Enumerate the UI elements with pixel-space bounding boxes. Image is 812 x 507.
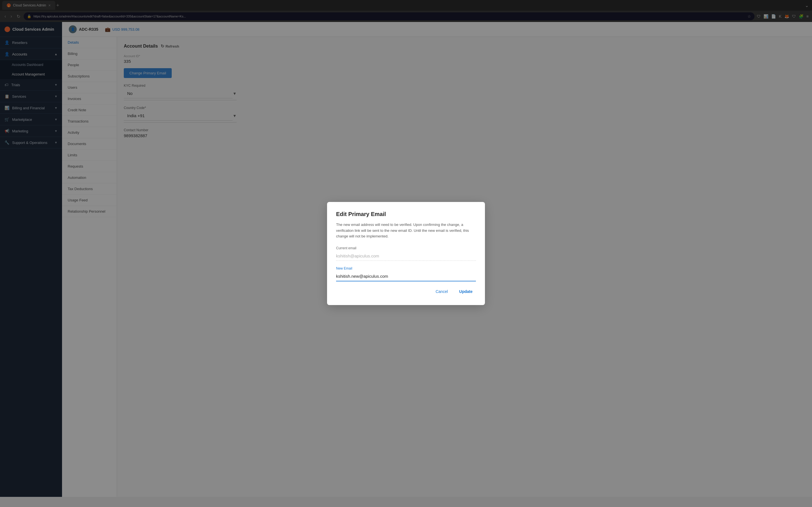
modal-overlay[interactable]: Edit Primary Email The new email address…	[0, 0, 812, 497]
modal-title: Edit Primary Email	[336, 211, 476, 217]
current-email-field: Current email	[336, 246, 476, 261]
new-email-label: New Email	[336, 267, 476, 270]
update-button[interactable]: Update	[456, 287, 476, 296]
modal-actions: Cancel Update	[336, 287, 476, 296]
current-email-input	[336, 251, 476, 261]
current-email-label: Current email	[336, 246, 476, 250]
modal-description: The new email address will need to be ve…	[336, 222, 476, 239]
edit-primary-email-modal: Edit Primary Email The new email address…	[327, 202, 485, 305]
new-email-field: New Email	[336, 267, 476, 281]
cancel-button[interactable]: Cancel	[432, 287, 451, 296]
new-email-input[interactable]	[336, 272, 476, 281]
